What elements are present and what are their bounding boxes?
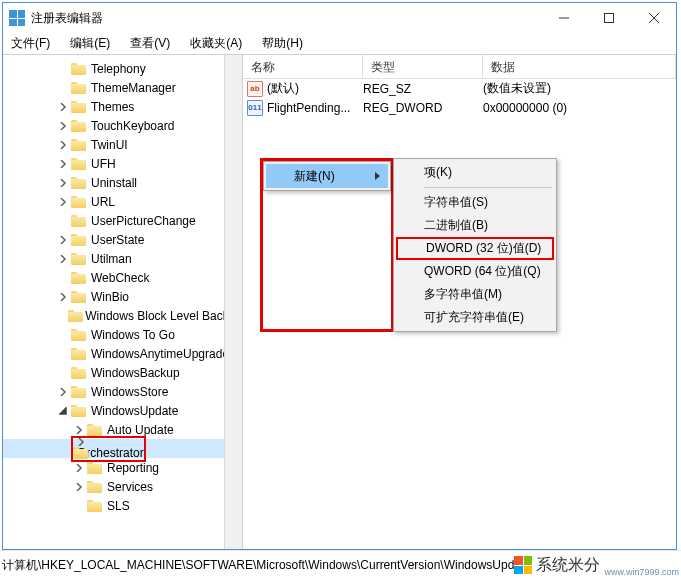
tree-item[interactable]: Themes [3, 97, 242, 116]
chevron-right-icon[interactable] [55, 179, 71, 187]
tree-item[interactable]: Uninstall [3, 173, 242, 192]
tree-pane[interactable]: TelephonyThemeManagerThemesTouchKeyboard… [3, 55, 243, 549]
maximize-button[interactable] [586, 3, 631, 33]
tree-item[interactable]: Orchestrator [3, 439, 242, 458]
menu-item-string[interactable]: 字符串值(S) [396, 191, 554, 214]
chevron-right-icon[interactable] [55, 160, 71, 168]
folder-icon [71, 62, 87, 76]
string-value-icon: ab [247, 81, 263, 97]
close-button[interactable] [631, 3, 676, 33]
tree-item-label: URL [91, 195, 115, 209]
list-row[interactable]: ab(默认)REG_SZ(数值未设置) [243, 79, 676, 98]
svg-rect-1 [604, 14, 613, 23]
menu-item-key-label: 项(K) [424, 164, 452, 181]
minimize-button[interactable] [541, 3, 586, 33]
tree-item[interactable]: WindowsBackup [3, 363, 242, 382]
tree-item[interactable]: WinBio [3, 287, 242, 306]
tree-item-label: Telephony [91, 62, 146, 76]
tree-item[interactable]: UserPictureChange [3, 211, 242, 230]
submenu-arrow-icon [375, 172, 380, 180]
folder-icon [71, 366, 87, 380]
folder-icon [71, 233, 87, 247]
folder-icon [68, 309, 81, 323]
tree-item-label: Windows To Go [91, 328, 175, 342]
status-path: 计算机\HKEY_LOCAL_MACHINE\SOFTWARE\Microsof… [2, 557, 514, 574]
tree-item[interactable]: WindowsStore [3, 382, 242, 401]
tree-item[interactable]: Windows Block Level Backup [3, 306, 242, 325]
tree-item-label: Utilman [91, 252, 132, 266]
context-menu-group: 新建(N) 项(K) 字符串值(S) 二进制值(B) DWORD (32 位)值… [260, 158, 557, 332]
tree-item[interactable]: WebCheck [3, 268, 242, 287]
menu-edit[interactable]: 编辑(E) [66, 33, 114, 54]
cell-name: FlightPending... [267, 101, 363, 115]
tree-item[interactable]: URL [3, 192, 242, 211]
tree-item-label: Services [107, 480, 153, 494]
tree-item[interactable]: TouchKeyboard [3, 116, 242, 135]
chevron-right-icon[interactable] [55, 255, 71, 263]
chevron-down-icon[interactable] [55, 407, 71, 415]
menu-item-dword[interactable]: DWORD (32 位)值(D) [396, 237, 554, 260]
header-data[interactable]: 数据 [483, 55, 676, 78]
chevron-right-icon[interactable] [55, 122, 71, 130]
folder-icon [71, 81, 87, 95]
tree-item-label: Reporting [107, 461, 159, 475]
tree-item[interactable]: ThemeManager [3, 78, 242, 97]
tree-item[interactable]: WindowsAnytimeUpgrade [3, 344, 242, 363]
header-name[interactable]: 名称 [243, 55, 363, 78]
folder-icon [71, 100, 87, 114]
chevron-right-icon[interactable] [73, 438, 89, 446]
titlebar[interactable]: 注册表编辑器 [3, 3, 676, 33]
chevron-right-icon[interactable] [71, 426, 87, 434]
chevron-right-icon[interactable] [55, 141, 71, 149]
menu-favorites[interactable]: 收藏夹(A) [186, 33, 246, 54]
chevron-right-icon[interactable] [71, 464, 87, 472]
tree-item[interactable]: Utilman [3, 249, 242, 268]
menu-item-qword[interactable]: QWORD (64 位)值(Q) [396, 260, 554, 283]
list-row[interactable]: 011FlightPending...REG_DWORD0x00000000 (… [243, 98, 676, 117]
menu-item-multistring-label: 多字符串值(M) [424, 286, 502, 303]
tree-item[interactable]: Telephony [3, 59, 242, 78]
tree-item-label: TwinUI [91, 138, 128, 152]
context-menu-new-highlight: 新建(N) [260, 158, 394, 332]
tree-item[interactable]: Windows To Go [3, 325, 242, 344]
tree-item[interactable]: Services [3, 477, 242, 496]
menu-separator [424, 187, 552, 188]
chevron-right-icon[interactable] [71, 483, 87, 491]
brand-url: www.win7999.com [604, 567, 679, 577]
chevron-right-icon[interactable] [55, 103, 71, 111]
header-type[interactable]: 类型 [363, 55, 483, 78]
chevron-right-icon[interactable] [55, 388, 71, 396]
scrollbar-thumb[interactable] [226, 365, 241, 455]
menu-help[interactable]: 帮助(H) [258, 33, 307, 54]
tree-item[interactable]: UserState [3, 230, 242, 249]
menu-file[interactable]: 文件(F) [7, 33, 54, 54]
tree-item-label: UserState [91, 233, 144, 247]
tree-item[interactable]: SLS [3, 496, 242, 515]
menu-item-new[interactable]: 新建(N) [266, 164, 388, 188]
menu-item-multistring[interactable]: 多字符串值(M) [396, 283, 554, 306]
folder-icon [87, 423, 103, 437]
chevron-right-icon[interactable] [55, 236, 71, 244]
folder-icon [71, 138, 87, 152]
folder-icon [87, 499, 103, 513]
folder-icon [71, 328, 87, 342]
menu-item-binary[interactable]: 二进制值(B) [396, 214, 554, 237]
menu-item-dword-label: DWORD (32 位)值(D) [426, 240, 541, 257]
menu-item-new-label: 新建(N) [294, 168, 335, 185]
chevron-right-icon[interactable] [55, 198, 71, 206]
tree-item[interactable]: WindowsUpdate [3, 401, 242, 420]
tree-item[interactable]: UFH [3, 154, 242, 173]
folder-icon [87, 461, 103, 475]
chevron-right-icon[interactable] [55, 293, 71, 301]
tree-item-label: Themes [91, 100, 134, 114]
menu-item-expandstring[interactable]: 可扩充字符串值(E) [396, 306, 554, 329]
tree-item-label: WindowsBackup [91, 366, 180, 380]
folder-icon [71, 119, 87, 133]
tree-item-label: Auto Update [107, 423, 174, 437]
menu-view[interactable]: 查看(V) [126, 33, 174, 54]
folder-icon [71, 195, 87, 209]
tree-item[interactable]: TwinUI [3, 135, 242, 154]
tree-item-label: WinBio [91, 290, 129, 304]
folder-icon [71, 404, 87, 418]
menu-item-key[interactable]: 项(K) [396, 161, 554, 184]
